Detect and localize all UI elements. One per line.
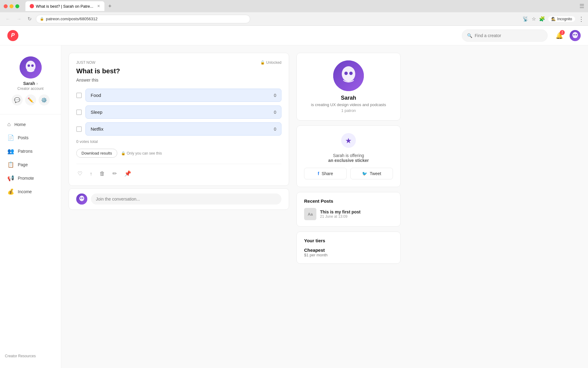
gear-icon: ⚙️ <box>41 97 47 103</box>
svg-point-2 <box>573 34 575 36</box>
sidebar-item-income[interactable]: 💰 Income <box>2 185 58 198</box>
maximize-window-btn[interactable] <box>15 4 19 8</box>
search-bar[interactable]: 🔍 <box>462 29 548 42</box>
bookmark-icon[interactable]: ☆ <box>532 16 536 22</box>
recent-post-date: 21 June at 13:09 <box>320 214 360 219</box>
share-btn[interactable]: ↑ <box>89 169 93 178</box>
pin-icon: 📌 <box>124 171 131 177</box>
edit-profile-btn[interactable]: ✏️ <box>25 94 36 105</box>
poll-checkbox-2[interactable] <box>76 126 82 132</box>
notifications-btn[interactable]: 🔔 2 <box>554 30 565 41</box>
search-icon: 🔍 <box>467 33 472 38</box>
sidebar-item-income-label: Income <box>18 189 32 194</box>
notification-badge: 2 <box>560 30 565 35</box>
user-avatar-btn[interactable] <box>570 30 581 41</box>
nav-bar: ← → ↻ 🔒 patreon.com/posts/68056312 📡 ☆ 🧩… <box>0 12 588 26</box>
tweet-label: Tweet <box>370 171 381 176</box>
votes-total: 0 votes total <box>76 139 281 144</box>
forward-btn[interactable]: → <box>15 15 23 23</box>
download-results-btn[interactable]: Download results <box>76 149 117 158</box>
poll-option-label-0: Food <box>91 93 101 98</box>
tab-favicon <box>30 4 34 8</box>
unlocked-label: Unlocked <box>266 60 281 65</box>
close-window-btn[interactable] <box>4 4 8 8</box>
sidebar-user-name[interactable]: Sarah › <box>23 81 38 86</box>
search-input[interactable] <box>475 33 542 38</box>
tweet-btn[interactable]: 🐦 Tweet <box>350 168 393 179</box>
poll-bar-0[interactable]: Food 0 <box>85 89 281 102</box>
sticker-card: ★ Sarah is offering an exclusive sticker… <box>296 125 401 187</box>
creator-name: Sarah <box>304 95 393 101</box>
settings-btn[interactable]: ⚙️ <box>39 94 50 105</box>
creator-resources-link[interactable]: Creator Resources <box>0 350 61 362</box>
tab-close-btn[interactable]: ✕ <box>97 4 100 8</box>
message-icon: 💬 <box>14 97 20 103</box>
post-card: JUST NOW 🔓 Unlocked What is best? Answer… <box>69 53 289 186</box>
refresh-btn[interactable]: ↻ <box>26 15 33 23</box>
window-menu-btn[interactable]: ☰ <box>579 3 584 10</box>
sidebar-actions: 💬 ✏️ ⚙️ <box>7 94 55 105</box>
creator-card: Sarah is creating UX design videos and p… <box>296 53 401 121</box>
edit-icon: ✏️ <box>28 97 34 103</box>
address-bar[interactable]: 🔒 patreon.com/posts/68056312 <box>36 15 250 23</box>
poll-bar-1[interactable]: Sleep 0 <box>85 105 281 119</box>
sidebar-user: Sarah › Creator account 💬 ✏️ ⚙️ <box>0 50 61 110</box>
only-you-text: Only you can see this <box>127 151 162 155</box>
sidebar-nav: ⌂ Home 📄 Posts 👥 Patrons 📋 Page 📢 <box>0 118 61 350</box>
sidebar-item-patrons[interactable]: 👥 Patrons <box>2 145 58 158</box>
unlocked-icon: 🔓 <box>260 60 265 65</box>
sidebar-item-page[interactable]: 📋 Page <box>2 158 58 171</box>
creator-card-avatar <box>333 60 364 91</box>
facebook-icon: f <box>318 171 319 176</box>
promote-icon: 📢 <box>7 175 14 182</box>
extensions-icon[interactable]: 🧩 <box>539 16 545 22</box>
minimize-window-btn[interactable] <box>9 4 13 8</box>
delete-btn[interactable]: 🗑 <box>98 169 106 178</box>
post-actions: ♡ ↑ 🗑 ✏ 📌 <box>76 164 281 178</box>
comment-input[interactable] <box>91 194 281 205</box>
sidebar-item-posts[interactable]: 📄 Posts <box>2 131 58 144</box>
ssl-icon: 🔒 <box>40 17 44 21</box>
poll-checkbox-1[interactable] <box>76 109 82 115</box>
recent-post-info: This is my first post 21 June at 13:09 <box>320 209 360 219</box>
post-meta: JUST NOW 🔓 Unlocked <box>76 60 281 65</box>
recent-post-item[interactable]: Aa This is my first post 21 June at 13:0… <box>304 208 393 220</box>
post-unlocked: 🔓 Unlocked <box>260 60 281 65</box>
pin-btn[interactable]: 📌 <box>123 169 132 178</box>
main-content: JUST NOW 🔓 Unlocked What is best? Answer… <box>61 45 588 368</box>
sidebar-avatar-ghost <box>20 56 42 79</box>
poll-option-0: Food 0 <box>76 89 281 102</box>
twitter-icon: 🐦 <box>362 171 367 176</box>
browser-toolbar: 📡 ☆ 🧩 🕵️ Incognito ⋮ <box>522 15 584 23</box>
creator-card-ghost <box>333 60 364 91</box>
share-label: Share <box>322 171 333 176</box>
message-btn[interactable]: 💬 <box>12 94 23 105</box>
sidebar-item-promote[interactable]: 📢 Promote <box>2 172 58 185</box>
active-tab[interactable]: What is best? | Sarah on Patre... ✕ <box>25 1 104 11</box>
share-facebook-btn[interactable]: f Share <box>304 168 347 179</box>
url-text: patreon.com/posts/68056312 <box>46 17 97 21</box>
recent-post-title: This is my first post <box>320 209 360 214</box>
sidebar-avatar <box>20 56 42 79</box>
pencil-icon: ✏ <box>112 171 117 177</box>
browser-menu-icon[interactable]: ⋮ <box>578 15 584 23</box>
sidebar-item-home[interactable]: ⌂ Home <box>2 118 58 131</box>
cast-icon[interactable]: 📡 <box>522 16 529 22</box>
svg-point-3 <box>575 34 577 36</box>
recent-post-thumb: Aa <box>304 208 316 220</box>
sidebar-item-promote-label: Promote <box>18 176 34 181</box>
new-tab-btn[interactable]: + <box>106 2 114 10</box>
poll-bar-2[interactable]: Netflix 0 <box>85 122 281 136</box>
poll-count-0: 0 <box>274 93 276 98</box>
patreon-logo[interactable]: P <box>7 30 18 41</box>
like-btn[interactable]: ♡ <box>76 169 84 178</box>
avatar-ghost-icon <box>570 30 581 41</box>
poll-checkbox-0[interactable] <box>76 93 82 98</box>
edit-post-btn[interactable]: ✏ <box>111 169 118 178</box>
tab-bar: What is best? | Sarah on Patre... ✕ + <box>25 1 114 11</box>
post-thumb-text: Aa <box>308 212 313 217</box>
sidebar-item-posts-label: Posts <box>18 135 28 140</box>
back-btn[interactable]: ← <box>4 15 12 23</box>
page-icon: 📋 <box>7 161 14 168</box>
sticker-text-line2: an exclusive sticker <box>304 158 393 163</box>
